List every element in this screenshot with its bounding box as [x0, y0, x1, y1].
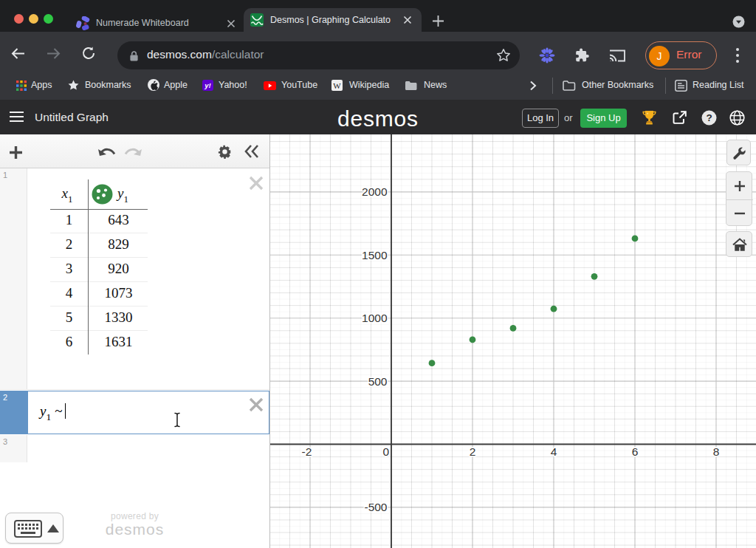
svg-text:-500: -500	[364, 501, 387, 513]
svg-text:6: 6	[632, 445, 639, 458]
svg-text:4: 4	[551, 445, 557, 458]
svg-text:W: W	[333, 81, 341, 90]
svg-text:?: ?	[706, 112, 712, 123]
svg-text:0: 0	[382, 445, 389, 458]
svg-text:2000: 2000	[362, 185, 388, 198]
svg-text:8: 8	[713, 445, 720, 458]
svg-text:1000: 1000	[362, 312, 388, 324]
svg-text:1500: 1500	[362, 249, 388, 261]
svg-text:y!: y!	[204, 81, 210, 89]
svg-text:500: 500	[368, 375, 388, 388]
svg-text:2: 2	[470, 445, 476, 458]
svg-text:-2: -2	[302, 445, 312, 458]
